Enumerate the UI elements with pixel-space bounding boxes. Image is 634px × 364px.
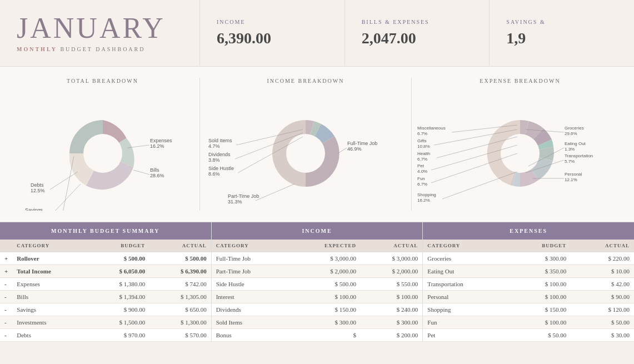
svg-text:12.1%: 12.1%	[565, 177, 577, 182]
row-budget: $ 300.00	[508, 252, 571, 265]
savings-value: 1,9	[506, 29, 617, 47]
table-row: Eating Out $ 350.00 $ 10.00	[423, 265, 634, 278]
budget-summary-table: CATEGORY BUDGET ACTUAL + Rollover $ 500.…	[0, 240, 211, 342]
svg-point-16	[286, 134, 325, 173]
svg-text:Groceries: Groceries	[565, 126, 584, 131]
row-actual: $ 42.00	[571, 278, 634, 291]
table-row: Sold Items $ 300.00 $ 300.00	[212, 316, 423, 329]
subtitle-prefix: MONTHLY	[17, 46, 57, 52]
expenses-panel: EXPENSES CATEGORY BUDGET ACTUAL Grocerie…	[423, 222, 634, 342]
row-actual: $ 6,390.00	[149, 265, 211, 278]
dashboard-subtitle: MONTHLY BUDGET DASHBOARD	[17, 46, 183, 52]
total-breakdown-title: TOTAL BREAKDOWN	[67, 78, 138, 84]
col-actual-expenses: ACTUAL	[571, 240, 634, 252]
table-row: Bonus $ $ 200.00	[212, 329, 423, 342]
table-row: + Total Income $ 6,050.00 $ 6,390.00	[0, 265, 211, 278]
row-budget: $ 1,394.00	[88, 291, 149, 303]
row-expected: $ 300.00	[289, 316, 361, 329]
table-row: - Investments $ 1,500.00 $ 1,300.00	[0, 316, 211, 329]
svg-text:Full-Time Job: Full-Time Job	[347, 141, 377, 146]
bills-label: BILLS & EXPENSES	[362, 19, 473, 25]
row-budget: $ 100.00	[508, 291, 571, 303]
svg-text:12.5%: 12.5%	[31, 188, 45, 193]
table-row: - Bills $ 1,394.00 $ 1,305.00	[0, 291, 211, 303]
svg-text:Pet: Pet	[417, 163, 425, 168]
row-actual: $ 2,000.00	[361, 265, 422, 278]
table-row: Part-Time Job $ 2,000.00 $ 2,000.00	[212, 265, 423, 278]
row-actual: $ 10.00	[571, 265, 634, 278]
row-budget: $ 1,380.00	[88, 278, 149, 291]
table-row: Interest $ 100.00 $ 100.00	[212, 291, 423, 303]
table-row: Pet $ 50.00 $ 30.00	[423, 329, 634, 342]
header-title: JANUARY MONTHLY BUDGET DASHBOARD	[0, 0, 200, 66]
charts-section: TOTAL BREAKDOWN Debts 12.5% Expenses 16.…	[0, 67, 634, 222]
svg-text:6.7%: 6.7%	[417, 157, 427, 162]
svg-text:8.6%: 8.6%	[208, 171, 220, 177]
svg-text:46.9%: 46.9%	[347, 146, 362, 152]
svg-text:4.7%: 4.7%	[208, 143, 220, 149]
row-budget: $ 100.00	[508, 316, 571, 329]
row-category: Shopping	[423, 303, 507, 316]
col-expected: EXPECTED	[289, 240, 361, 252]
expense-breakdown-chart: EXPENSE BREAKDOWN Miscellan	[412, 78, 628, 211]
row-category: Rollover	[12, 252, 88, 265]
table-row: Side Hustle $ 500.00 $ 550.00	[212, 278, 423, 291]
row-expected: $ 100.00	[289, 291, 361, 303]
bills-value: 2,047.00	[362, 29, 473, 47]
row-actual: $ 3,000.00	[361, 252, 422, 265]
row-actual: $ 1,305.00	[149, 291, 211, 303]
svg-text:Fun: Fun	[417, 176, 425, 181]
expenses-table: CATEGORY BUDGET ACTUAL Groceries $ 300.0…	[423, 240, 634, 342]
income-value: 6,390.00	[217, 29, 328, 47]
col-prefix	[0, 240, 12, 252]
header-section: JANUARY MONTHLY BUDGET DASHBOARD INCOME …	[0, 0, 634, 67]
svg-text:5.7%: 5.7%	[565, 159, 575, 164]
col-budget-expenses: BUDGET	[508, 240, 571, 252]
col-actual-income: ACTUAL	[361, 240, 422, 252]
row-actual: $ 220.00	[571, 252, 634, 265]
row-category: Bills	[12, 291, 88, 303]
table-row: Full-Time Job $ 3,000.00 $ 3,000.00	[212, 252, 423, 265]
svg-text:Expenses: Expenses	[150, 138, 172, 143]
row-actual: $ 650.00	[149, 303, 211, 316]
svg-text:6.7%: 6.7%	[417, 131, 427, 136]
svg-text:31.3%: 31.3%	[228, 199, 242, 205]
metric-bills: BILLS & EXPENSES 2,047.00	[345, 0, 490, 66]
expenses-header: EXPENSES	[423, 222, 634, 240]
table-row: Shopping $ 150.00 $ 120.00	[423, 303, 634, 316]
svg-text:10.8%: 10.8%	[417, 144, 430, 149]
row-budget: $ 900.00	[88, 303, 149, 316]
svg-text:16.2%: 16.2%	[150, 143, 164, 149]
svg-text:Miscellaneous: Miscellaneous	[417, 126, 446, 131]
table-row: Transportation $ 100.00 $ 42.00	[423, 278, 634, 291]
row-category: Groceries	[423, 252, 507, 265]
income-header: INCOME	[212, 222, 423, 240]
row-category: Investments	[12, 316, 88, 329]
income-breakdown-svg: Sold Items 4.7% Dividends 3.8% Side Hust…	[200, 89, 411, 211]
row-actual: $ 550.00	[361, 278, 422, 291]
svg-text:Bills: Bills	[150, 167, 159, 173]
row-category: Side Hustle	[212, 278, 289, 291]
svg-text:28.6%: 28.6%	[150, 173, 164, 178]
col-category-expenses: CATEGORY	[423, 240, 507, 252]
svg-text:Health: Health	[417, 151, 430, 156]
row-actual: $ 742.00	[149, 278, 211, 291]
row-category: Total Income	[12, 265, 88, 278]
metric-savings: SAVINGS & 1,9	[490, 0, 634, 66]
svg-text:6.7%: 6.7%	[417, 182, 427, 187]
tables-section: MONTHLY BUDGET SUMMARY CATEGORY BUDGET A…	[0, 222, 634, 342]
row-category: Personal	[423, 291, 507, 303]
header-metrics: INCOME 6,390.00 BILLS & EXPENSES 2,047.0…	[200, 0, 634, 66]
savings-label: SAVINGS &	[506, 19, 617, 25]
row-actual: $ 50.00	[571, 316, 634, 329]
svg-text:Savings: Savings	[25, 207, 43, 211]
svg-line-3	[50, 172, 78, 190]
row-expected: $ 3,000.00	[289, 252, 361, 265]
row-prefix: +	[0, 252, 12, 265]
table-row: - Debts $ 970.00 $ 570.00	[0, 329, 211, 342]
row-actual: $ 90.00	[571, 291, 634, 303]
row-category: Full-Time Job	[212, 252, 289, 265]
total-breakdown-chart: TOTAL BREAKDOWN Debts 12.5% Expenses 16.…	[6, 78, 199, 211]
svg-line-50	[442, 172, 517, 199]
row-prefix: -	[0, 291, 12, 303]
